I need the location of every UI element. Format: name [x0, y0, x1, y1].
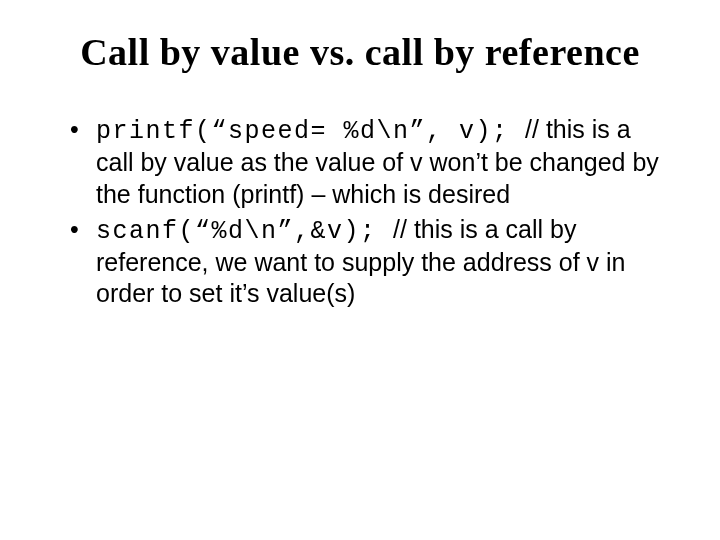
- bullet-list: printf(“speed= %d\n”, v); // this is a c…: [70, 114, 670, 310]
- list-item: scanf(“%d\n”,&v); // this is a call by r…: [70, 214, 670, 310]
- list-item: printf(“speed= %d\n”, v); // this is a c…: [70, 114, 670, 210]
- slide: Call by value vs. call by reference prin…: [0, 0, 720, 540]
- code-snippet: scanf(“%d\n”,&v);: [96, 217, 393, 246]
- code-snippet: printf(“speed= %d\n”, v);: [96, 117, 525, 146]
- slide-title: Call by value vs. call by reference: [50, 30, 670, 74]
